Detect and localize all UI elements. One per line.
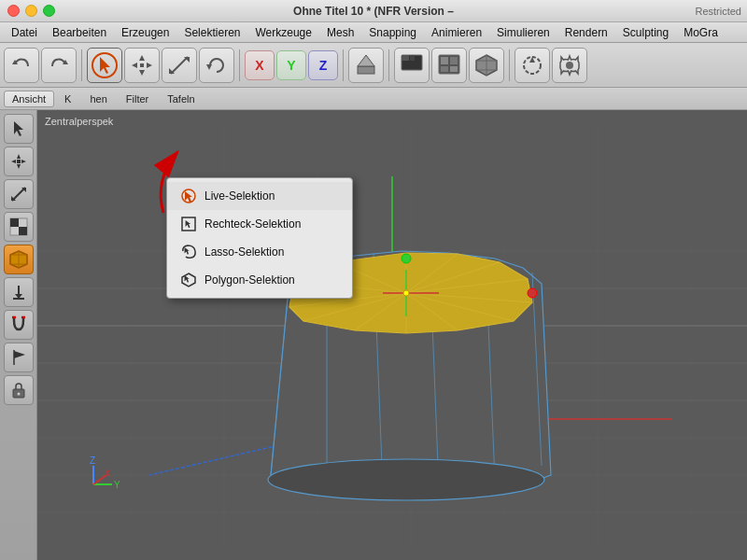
polygon-selektion-label: Polygon-Selektion: [204, 273, 295, 287]
svg-marker-6: [147, 63, 152, 68]
svg-marker-28: [11, 160, 16, 163]
svg-point-25: [566, 62, 573, 69]
traffic-lights: [7, 5, 55, 17]
menu-werkzeuge[interactable]: Werkzeuge: [247, 24, 318, 41]
scale-button[interactable]: [162, 48, 197, 83]
menu-sculpting[interactable]: Sculpting: [615, 24, 676, 41]
toolbar-separator-2: [239, 49, 240, 81]
svg-rect-7: [140, 63, 144, 67]
svg-marker-5: [132, 63, 137, 68]
rectangle-selection-icon: [180, 216, 197, 232]
sidebar-arrow-down[interactable]: [4, 277, 34, 307]
live-selection-icon: [180, 188, 197, 204]
svg-text:Z: Z: [90, 455, 95, 466]
selection-dropdown-menu: Live-Selektion Rechteck-Selektion: [166, 177, 353, 299]
menu-mogra[interactable]: MoGra: [676, 24, 726, 41]
menu-selektieren[interactable]: Selektieren: [176, 24, 247, 41]
menu-datei[interactable]: Datei: [4, 24, 45, 41]
redo-button[interactable]: [41, 48, 77, 83]
menu-animieren[interactable]: Animieren: [424, 24, 489, 41]
settings-button[interactable]: [552, 48, 587, 83]
cube-3d-button[interactable]: [469, 48, 504, 83]
maximize-button[interactable]: [43, 5, 55, 17]
tab-tafeln[interactable]: Tafeln: [159, 91, 203, 107]
menu-snapping[interactable]: Snapping: [361, 24, 424, 41]
menu-rendern[interactable]: Rendern: [557, 24, 615, 41]
window-title: Ohne Titel 10 * (NFR Version –: [293, 5, 454, 18]
tab-ansicht[interactable]: Ansicht: [4, 91, 54, 107]
svg-point-98: [528, 288, 537, 298]
svg-rect-21: [450, 66, 458, 72]
sidebar-flag[interactable]: [4, 343, 34, 372]
restricted-label: Restricted: [695, 6, 741, 17]
svg-rect-36: [19, 227, 27, 235]
z-axis-button[interactable]: Z: [308, 50, 338, 80]
svg-line-8: [171, 57, 188, 74]
svg-rect-12: [358, 66, 374, 74]
select-tool-button[interactable]: [87, 48, 122, 83]
menu-bearbeiten[interactable]: Bearbeiten: [45, 24, 114, 41]
tab-filter[interactable]: Filter: [118, 91, 157, 107]
x-axis-button[interactable]: X: [245, 50, 275, 80]
svg-point-99: [402, 254, 411, 263]
polygon-selection-icon: [180, 272, 197, 288]
menubar: Datei Bearbeiten Erzeugen Selektieren We…: [0, 22, 747, 43]
tab-hen[interactable]: hen: [81, 91, 115, 107]
menu-mesh[interactable]: Mesh: [319, 24, 361, 41]
rotate-anim-button[interactable]: [514, 48, 550, 83]
move-button[interactable]: [124, 48, 160, 83]
svg-marker-29: [21, 160, 26, 163]
minimize-button[interactable]: [25, 5, 37, 17]
toolbar-separator-3: [343, 49, 344, 81]
svg-marker-27: [17, 164, 21, 169]
svg-rect-35: [10, 218, 19, 227]
svg-marker-4: [139, 70, 145, 76]
render-button-1[interactable]: [394, 48, 430, 83]
live-selektion-label: Live-Selektion: [204, 189, 275, 203]
main-toolbar: X Y Z: [0, 43, 747, 88]
render-button-2[interactable]: [431, 48, 467, 83]
sidebar-cube-3d[interactable]: [4, 245, 34, 274]
sidebar-checkerboard[interactable]: [4, 212, 34, 242]
svg-rect-19: [450, 57, 458, 64]
left-sidebar: [0, 110, 37, 560]
svg-point-97: [403, 290, 409, 296]
rotate-button[interactable]: [199, 48, 234, 83]
lasso-selection-icon: [180, 244, 197, 260]
svg-point-48: [17, 393, 20, 396]
svg-marker-46: [14, 351, 25, 358]
viewport-label: Zentralperspek: [45, 116, 113, 127]
svg-rect-15: [402, 55, 409, 61]
menu-simulieren[interactable]: Simulieren: [489, 24, 557, 41]
undo-button[interactable]: [4, 48, 39, 83]
sidebar-lock[interactable]: [4, 375, 34, 405]
extrude-button[interactable]: [348, 48, 384, 83]
svg-rect-16: [410, 55, 415, 61]
sidebar-scale-tool[interactable]: [4, 179, 34, 209]
svg-marker-3: [139, 55, 145, 61]
menu-erzeugen[interactable]: Erzeugen: [114, 24, 176, 41]
main-area: Zentralperspek: [0, 110, 747, 560]
dropdown-item-live-selektion[interactable]: Live-Selektion: [167, 182, 352, 210]
secondary-toolbar: Ansicht K hen Filter Tafeln: [0, 88, 747, 110]
sidebar-cursor-tool[interactable]: [4, 114, 34, 144]
svg-marker-11: [206, 64, 212, 70]
svg-rect-18: [441, 57, 448, 64]
svg-marker-13: [358, 55, 374, 66]
tab-k[interactable]: K: [56, 91, 79, 107]
sidebar-magnet[interactable]: [4, 310, 34, 340]
toolbar-separator-1: [81, 49, 82, 81]
titlebar: Ohne Titel 10 * (NFR Version – Restricte…: [0, 0, 747, 22]
dropdown-item-lasso-selektion[interactable]: Lasso-Selektion: [167, 238, 352, 266]
lasso-selektion-label: Lasso-Selektion: [204, 245, 284, 259]
dropdown-item-rechteck-selektion[interactable]: Rechteck-Selektion: [167, 210, 352, 238]
close-button[interactable]: [7, 5, 20, 17]
svg-line-31: [12, 188, 25, 201]
sidebar-move-tool[interactable]: [4, 147, 34, 176]
svg-marker-26: [17, 154, 21, 159]
y-axis-button[interactable]: Y: [276, 50, 306, 80]
viewport-3d[interactable]: Zentralperspek: [37, 110, 747, 560]
dropdown-item-polygon-selektion[interactable]: Polygon-Selektion: [167, 266, 352, 294]
svg-rect-20: [441, 66, 448, 72]
svg-text:X: X: [105, 469, 111, 479]
